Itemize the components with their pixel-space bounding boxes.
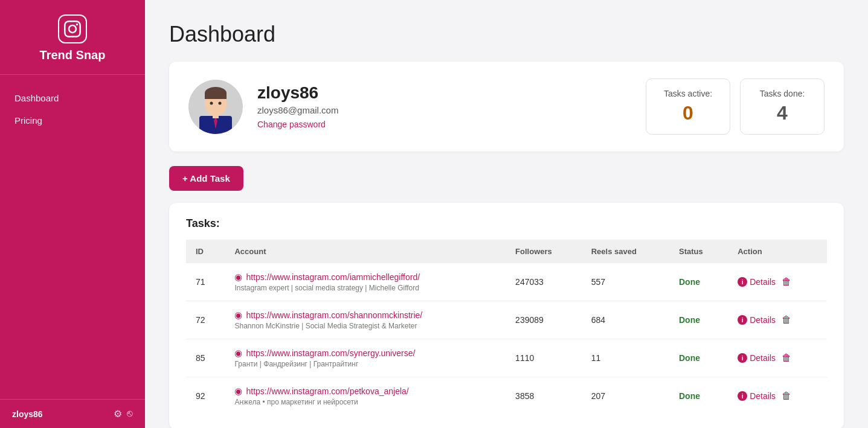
account-user-icon: ◉: [234, 348, 242, 359]
svg-rect-6: [205, 93, 227, 99]
table-row: 71◉https://www.instagram.com/iammichelle…: [186, 263, 827, 301]
page-title: Dashboard: [169, 22, 844, 47]
row-status: Done: [669, 339, 728, 377]
row-status: Done: [669, 263, 728, 301]
table-row: 85◉https://www.instagram.com/synergy.uni…: [186, 339, 827, 377]
account-description: Гранти | Фандрейзинг | Грантрайтинг: [234, 360, 496, 368]
svg-point-7: [210, 101, 213, 104]
status-badge: Done: [679, 315, 700, 325]
info-icon: i: [738, 277, 747, 287]
row-followers: 247033: [506, 263, 582, 301]
sidebar: Trend Snap Dashboard Pricing zloys86 ⚙ ⎋: [0, 0, 145, 428]
sidebar-username: zloys86: [12, 409, 43, 419]
stat-done: Tasks done: 4: [740, 78, 825, 135]
row-account: ◉https://www.instagram.com/shannonmckins…: [225, 301, 506, 339]
delete-icon[interactable]: 🗑: [782, 315, 791, 325]
tasks-section: Tasks: ID Account Followers Reels saved …: [169, 203, 844, 428]
account-link[interactable]: ◉https://www.instagram.com/shannonmckins…: [234, 310, 496, 321]
account-description: Shannon McKinstrie | Social Media Strate…: [234, 322, 496, 330]
row-reels: 207: [582, 377, 669, 415]
info-icon: i: [738, 391, 747, 401]
table-row: 72◉https://www.instagram.com/shannonmcki…: [186, 301, 827, 339]
col-followers: Followers: [506, 240, 582, 263]
settings-icon[interactable]: ⚙: [114, 408, 122, 420]
details-button[interactable]: iDetails: [738, 277, 776, 287]
col-status: Status: [669, 240, 728, 263]
row-reels: 557: [582, 263, 669, 301]
table-header-row: ID Account Followers Reels saved Status …: [186, 240, 827, 263]
account-link[interactable]: ◉https://www.instagram.com/iammichellegi…: [234, 272, 496, 283]
change-password-link[interactable]: Change password: [257, 120, 326, 129]
details-label: Details: [750, 315, 776, 325]
stat-active-label: Tasks active:: [663, 89, 713, 98]
row-reels: 684: [582, 301, 669, 339]
row-followers: 1110: [506, 339, 582, 377]
details-button[interactable]: iDetails: [738, 391, 776, 401]
status-badge: Done: [679, 277, 700, 287]
brand-name: Trend Snap: [40, 48, 106, 62]
account-user-icon: ◉: [234, 310, 242, 321]
tasks-tbody: 71◉https://www.instagram.com/iammichelle…: [186, 263, 827, 415]
info-icon: i: [738, 353, 747, 363]
row-id: 72: [186, 301, 225, 339]
profile-username: zloys86: [257, 83, 631, 103]
instagram-icon: [58, 14, 87, 43]
row-action: iDetails🗑: [728, 263, 827, 301]
stats-container: Tasks active: 0 Tasks done: 4: [646, 78, 825, 135]
col-action: Action: [728, 240, 827, 263]
delete-icon[interactable]: 🗑: [782, 276, 791, 287]
stat-done-value: 4: [757, 102, 807, 124]
row-account: ◉https://www.instagram.com/petkova_anjel…: [225, 377, 506, 415]
profile-card: zloys86 zloys86@gmail.com Change passwor…: [169, 62, 844, 152]
profile-email: zloys86@gmail.com: [257, 105, 631, 115]
row-action: iDetails🗑: [728, 377, 827, 415]
sidebar-logo: Trend Snap: [0, 0, 145, 75]
tasks-table: ID Account Followers Reels saved Status …: [186, 240, 827, 415]
table-row: 92◉https://www.instagram.com/petkova_anj…: [186, 377, 827, 415]
row-reels: 11: [582, 339, 669, 377]
sidebar-user-actions: ⚙ ⎋: [114, 408, 133, 420]
sidebar-nav: Dashboard Pricing: [0, 75, 145, 399]
details-label: Details: [750, 391, 776, 401]
delete-icon[interactable]: 🗑: [782, 391, 791, 401]
stat-active-value: 0: [663, 102, 713, 124]
stat-done-label: Tasks done:: [757, 89, 807, 98]
add-task-button[interactable]: + Add Task: [169, 166, 243, 191]
account-description: Анжела • про маркетинг и нейросети: [234, 398, 496, 406]
svg-point-8: [219, 101, 222, 104]
tasks-title: Tasks:: [186, 217, 827, 230]
col-account: Account: [225, 240, 506, 263]
row-id: 85: [186, 339, 225, 377]
delete-icon[interactable]: 🗑: [782, 353, 791, 363]
sidebar-item-pricing[interactable]: Pricing: [0, 109, 145, 132]
row-id: 92: [186, 377, 225, 415]
details-button[interactable]: iDetails: [738, 315, 776, 325]
row-account: ◉https://www.instagram.com/iammichellegi…: [225, 263, 506, 301]
col-reels: Reels saved: [582, 240, 669, 263]
row-followers: 3858: [506, 377, 582, 415]
logout-icon[interactable]: ⎋: [127, 408, 133, 420]
status-badge: Done: [679, 391, 700, 401]
col-id: ID: [186, 240, 225, 263]
stat-active: Tasks active: 0: [646, 78, 730, 135]
account-link[interactable]: ◉https://www.instagram.com/petkova_anjel…: [234, 386, 496, 397]
main-content: Dashboard zloys8: [145, 0, 868, 428]
account-link[interactable]: ◉https://www.instagram.com/synergy.unive…: [234, 348, 496, 359]
row-action: iDetails🗑: [728, 339, 827, 377]
account-description: Instagram expert | social media strategy…: [234, 284, 496, 292]
status-badge: Done: [679, 353, 700, 363]
sidebar-user: zloys86 ⚙ ⎋: [0, 399, 145, 428]
row-status: Done: [669, 377, 728, 415]
table-header: ID Account Followers Reels saved Status …: [186, 240, 827, 263]
details-button[interactable]: iDetails: [738, 353, 776, 363]
row-account: ◉https://www.instagram.com/synergy.unive…: [225, 339, 506, 377]
row-id: 71: [186, 263, 225, 301]
details-label: Details: [750, 353, 776, 363]
account-user-icon: ◉: [234, 386, 242, 397]
details-label: Details: [750, 277, 776, 287]
row-action: iDetails🗑: [728, 301, 827, 339]
profile-info: zloys86 zloys86@gmail.com Change passwor…: [257, 83, 631, 130]
row-followers: 239089: [506, 301, 582, 339]
avatar: [188, 80, 243, 134]
sidebar-item-dashboard[interactable]: Dashboard: [0, 87, 145, 109]
